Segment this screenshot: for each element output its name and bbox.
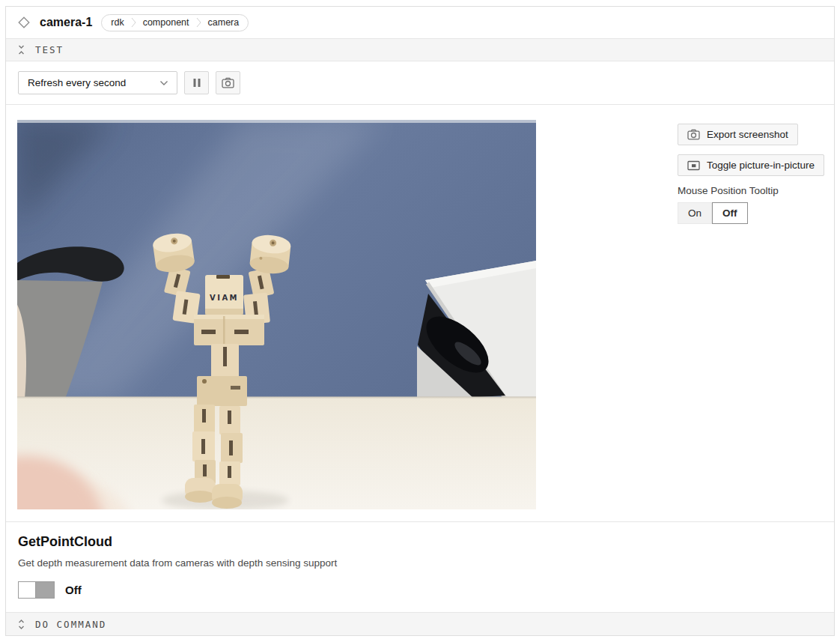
breadcrumb-item-camera: camera xyxy=(208,17,240,28)
camera-icon xyxy=(222,77,234,88)
mouse-tooltip-off-button[interactable]: Off xyxy=(712,202,748,224)
toggle-pip-label: Toggle picture-in-picture xyxy=(707,160,815,171)
test-section-header[interactable]: TEST xyxy=(6,38,834,61)
camera-frame: VIAM xyxy=(17,120,536,509)
pip-icon xyxy=(687,160,700,171)
get-point-cloud-title: GetPointCloud xyxy=(18,534,822,550)
test-section-label: TEST xyxy=(35,44,64,55)
collapse-icon[interactable] xyxy=(17,44,25,55)
camera-icon xyxy=(687,129,700,140)
get-point-cloud-toggle[interactable] xyxy=(18,581,55,599)
component-title: camera-1 xyxy=(40,16,92,29)
toggle-pip-button[interactable]: Toggle picture-in-picture xyxy=(678,154,824,176)
get-point-cloud-section: GetPointCloud Get depth measurement data… xyxy=(6,522,834,612)
chevron-down-icon xyxy=(159,80,168,86)
breadcrumb: rdk component camera xyxy=(101,14,249,31)
get-point-cloud-toggle-state: Off xyxy=(65,584,82,596)
export-screenshot-label: Export screenshot xyxy=(707,129,788,140)
camera-live-stream[interactable]: VIAM xyxy=(17,120,536,509)
test-panel-body: VIAM xyxy=(6,105,834,522)
get-point-cloud-description: Get depth measurement data from cameras … xyxy=(18,557,822,569)
expand-icon[interactable] xyxy=(17,619,25,630)
pause-icon xyxy=(192,78,201,88)
pause-stream-button[interactable] xyxy=(184,71,209,94)
stream-tools-panel: Export screenshot Toggle picture-in-pict… xyxy=(678,124,832,224)
camera-component-card: camera-1 rdk component camera TEST Refre… xyxy=(5,6,835,636)
breadcrumb-item-rdk: rdk xyxy=(111,17,124,28)
mouse-tooltip-on-button[interactable]: On xyxy=(678,202,712,224)
chevron-separator-icon xyxy=(131,17,136,28)
do-command-section-header[interactable]: DO COMMAND xyxy=(6,612,834,635)
stream-controls: Refresh every second xyxy=(6,61,834,105)
mouse-tooltip-segmented-control: On Off xyxy=(678,202,832,224)
refresh-rate-select[interactable]: Refresh every second xyxy=(18,71,177,94)
do-command-section-label: DO COMMAND xyxy=(35,619,106,630)
viam-logo-text: VIAM xyxy=(210,294,239,302)
toggle-track xyxy=(36,582,54,598)
diamond-icon xyxy=(17,16,31,29)
component-header: camera-1 rdk component camera xyxy=(6,7,834,38)
chevron-separator-icon xyxy=(196,17,201,28)
refresh-rate-value: Refresh every second xyxy=(28,77,126,88)
export-screenshot-button[interactable]: Export screenshot xyxy=(678,124,798,145)
mouse-tooltip-label: Mouse Position Tooltip xyxy=(678,185,832,196)
breadcrumb-item-component: component xyxy=(143,17,189,28)
screenshot-button[interactable] xyxy=(216,71,240,94)
toggle-knob xyxy=(19,582,36,598)
